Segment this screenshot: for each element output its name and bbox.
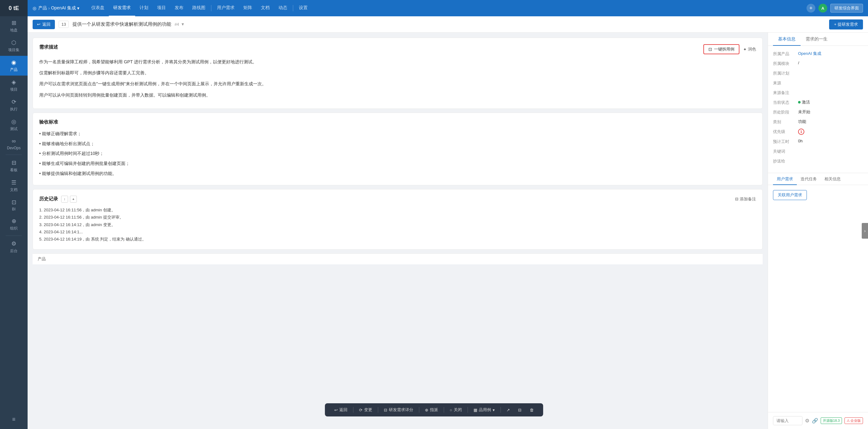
sidebar-item-bi[interactable]: ⊡ BI: [0, 196, 28, 214]
add-requirement-button[interactable]: + 提研发需求: [829, 20, 863, 29]
right-tab-basic-info[interactable]: 基本信息: [773, 33, 801, 46]
bottom-tab-user-req[interactable]: 用户需求: [773, 173, 797, 185]
history-icons: ↑ +: [61, 196, 77, 203]
info-value-product[interactable]: OpenAI 集成: [798, 51, 863, 57]
sidebar-item-backend[interactable]: ⚙ 后台: [0, 237, 28, 257]
action-req-detail-button[interactable]: ⊟ 研发需求详分: [381, 406, 416, 414]
action-back-button[interactable]: ↩ 返回: [331, 406, 350, 414]
breadcrumb-product[interactable]: 产品: [38, 5, 47, 11]
back-button[interactable]: ↩ 返回: [33, 20, 55, 29]
action-copy-button[interactable]: ⊟: [515, 406, 525, 413]
requirement-description-card: 需求描述 ⊡ 一键拆用例 ✦ 润色: [33, 38, 763, 109]
action-delete-button[interactable]: 🗑: [527, 406, 537, 413]
sidebar-item-dashboard[interactable]: ⊞ 地盘: [0, 16, 28, 36]
info-value-priority: 1: [798, 129, 863, 135]
sidebar-item-test[interactable]: ◎ 测试: [0, 115, 28, 135]
bottom-tab-iteration[interactable]: 迭代任务: [797, 173, 820, 185]
devops-icon: ∞: [12, 138, 16, 145]
page-title-dropdown-icon[interactable]: ▾: [182, 21, 184, 27]
nav-item-project[interactable]: 项目: [153, 0, 170, 16]
breadcrumb: ◎ 产品 › OpenAI 集成 ▾: [33, 5, 79, 11]
criteria-item: 能够准确地分析出测试点；: [39, 139, 756, 149]
workspace-button[interactable]: 研发综合界面: [830, 4, 863, 12]
tint-button[interactable]: ✦ 润色: [743, 47, 756, 52]
org-icon: ⊕: [11, 218, 16, 224]
nav-item-matrix[interactable]: 矩阵: [239, 0, 256, 16]
nav-item-user-req[interactable]: 用户需求: [213, 0, 239, 16]
info-row-status: 当前状态 激活: [773, 99, 863, 105]
nav-item-requirement[interactable]: 研发需求: [109, 0, 135, 16]
sidebar-item-kanban[interactable]: ⊟ 看板: [0, 156, 28, 176]
share-icon[interactable]: 🔗: [812, 418, 818, 424]
copy-icon: ⊟: [518, 408, 522, 412]
nav-item-roadmap[interactable]: 路线图: [188, 0, 210, 16]
nav-avatar[interactable]: A: [818, 4, 827, 12]
sidebar-item-project[interactable]: ◈ 项目: [0, 75, 28, 95]
history-title: 历史记录: [39, 196, 58, 202]
tint-icon: ✦: [743, 47, 747, 52]
info-value-category: 功能: [798, 119, 863, 124]
history-item-1: 1. 2023-04-12 16:11:56，由 admin 创建。: [39, 206, 756, 214]
action-back-icon: ↩: [334, 408, 338, 412]
product-footer: 产品: [33, 253, 763, 264]
info-section: 所属产品 OpenAI 集成 所属模块 / 所属计划 来源: [768, 46, 868, 173]
nav-item-doc[interactable]: 文档: [256, 0, 274, 16]
action-close-button[interactable]: ○ 关闭: [446, 406, 465, 414]
sidebar-item-product[interactable]: ◉ 产品: [0, 56, 28, 75]
body-split: 需求描述 ⊡ 一键拆用例 ✦ 润色: [28, 33, 868, 429]
info-row-source-note: 来源备注: [773, 90, 863, 96]
history-item-4: 4. 2023-04-12 16:14:1...: [39, 228, 756, 236]
product-icon: ◉: [11, 59, 16, 66]
action-external-link-button[interactable]: ↗: [503, 406, 513, 413]
nav-add-button[interactable]: +: [807, 4, 815, 12]
one-click-button[interactable]: ⊡ 一键拆用例: [703, 44, 739, 54]
right-tab-lifecycle[interactable]: 需求的一生: [801, 33, 833, 46]
sidebar-item-org[interactable]: ⊕ 组织: [0, 214, 28, 234]
info-row-priority: 优先级 1: [773, 129, 863, 135]
ticket-number: 13: [59, 21, 69, 28]
sidebar-item-doc[interactable]: ☰ 文档: [0, 176, 28, 196]
test-icon: ◎: [11, 118, 16, 125]
bottom-action-bar: ↩ 返回 ⟳ 变更 ⊟ 研发需求详分 ⊕ 指派 ○ 关闭 ▦ 品用例 ▾ ↗ ⊟…: [325, 403, 543, 417]
nav-item-settings[interactable]: 设置: [294, 0, 312, 16]
sidebar-item-execution[interactable]: ⟳ 执行: [0, 95, 28, 115]
nav-item-dashboard[interactable]: 仪表盘: [87, 0, 109, 16]
project-icon: ◈: [11, 79, 16, 86]
breadcrumb-current[interactable]: OpenAI 集成 ▾: [51, 5, 79, 11]
nav-item-dynamic[interactable]: 动态: [274, 0, 291, 16]
acceptance-criteria-card: 验收标准 能够正确理解需求； 能够准确地分析出测试点； 分析测试用例时间不超过1…: [33, 113, 763, 185]
top-nav: ◎ 产品 › OpenAI 集成 ▾ 仪表盘 研发需求 计划 项目 发布 路线图…: [28, 0, 868, 16]
menu-icon: ≡: [12, 416, 16, 423]
right-toggle-button[interactable]: ›: [862, 223, 868, 239]
history-items: 1. 2023-04-12 16:11:56，由 admin 创建。 2. 20…: [39, 206, 756, 243]
sidebar-item-projects[interactable]: ⬡ 项目集: [0, 36, 28, 56]
external-link-icon: ↗: [506, 408, 510, 412]
nav-item-plan[interactable]: 计划: [135, 0, 153, 16]
action-change-button[interactable]: ⟳ 变更: [356, 406, 375, 414]
search-input[interactable]: [773, 417, 802, 425]
bottom-tabs-section: 用户需求 迭代任务 相关信息 关联用户需求: [768, 173, 868, 205]
sidebar-item-devops[interactable]: ∞ DevOps: [0, 135, 28, 153]
history-card: 历史记录 ↑ + ⊟ 添加备注 1. 2023-04-12 16:11:5: [33, 189, 763, 250]
action-usecase-button[interactable]: ▦ 品用例 ▾: [470, 406, 498, 414]
info-row-keyword: 关键词: [773, 148, 863, 154]
nav-item-release[interactable]: 发布: [170, 0, 188, 16]
settings-icon[interactable]: ⚙: [805, 418, 809, 424]
enterprise-badge: ⚠ 企业版: [844, 418, 863, 424]
bottom-tab-related[interactable]: 相关信息: [820, 173, 844, 185]
history-item-2: 2. 2023-04-12 16:11:56，由 admin 提交评审。: [39, 214, 756, 221]
bottom-tabs: 用户需求 迭代任务 相关信息: [768, 173, 868, 185]
enterprise-icon: ⚠: [847, 419, 850, 423]
action-dropdown-icon: ▾: [493, 408, 495, 412]
history-up-button[interactable]: ↑: [61, 196, 68, 203]
sidebar-item-menu[interactable]: ≡: [0, 413, 28, 426]
sidebar-bottom: ≡: [0, 413, 28, 429]
link-user-req-button[interactable]: 关联用户需求: [773, 190, 807, 200]
action-req-detail-icon: ⊟: [384, 408, 387, 412]
sidebar-divider-2: [6, 236, 22, 236]
history-add-button[interactable]: +: [70, 196, 77, 203]
action-assign-button[interactable]: ⊕ 指派: [422, 406, 441, 414]
add-note-button[interactable]: ⊟ 添加备注: [735, 196, 756, 202]
action-usecase-icon: ▦: [473, 408, 477, 412]
info-row-source: 来源: [773, 80, 863, 86]
